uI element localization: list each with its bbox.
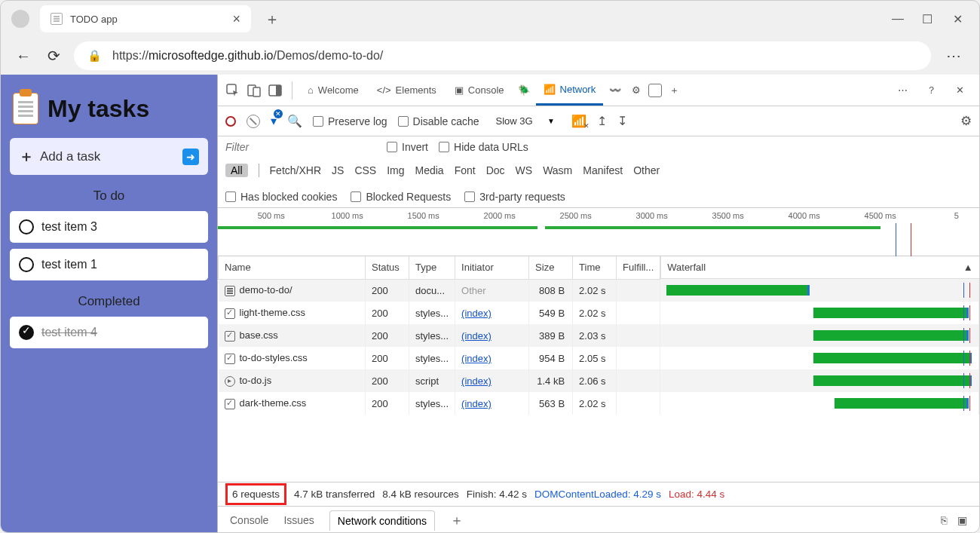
- import-har-icon[interactable]: ↥: [597, 114, 607, 128]
- type-filter-wasm[interactable]: Wasm: [543, 164, 572, 176]
- blocked-requests-checkbox[interactable]: Blocked Requests: [351, 191, 451, 203]
- tab-console[interactable]: ▣Console: [447, 75, 512, 106]
- timeline-tick: 2500 ms: [560, 211, 592, 220]
- url-text: https://microsoftedge.github.io/Demos/de…: [112, 49, 383, 63]
- col-initiator[interactable]: Initiator: [455, 256, 529, 279]
- task-item[interactable]: test item 1: [10, 249, 208, 280]
- page-title: My tasks: [13, 93, 205, 124]
- col-name[interactable]: Name: [219, 256, 366, 279]
- type-filter-manifest[interactable]: Manifest: [583, 164, 623, 176]
- clear-button[interactable]: [247, 115, 260, 128]
- col-waterfall[interactable]: Waterfall▲: [660, 256, 978, 279]
- request-row[interactable]: to-do.js200script(index)1.4 kB2.06 s: [219, 369, 979, 392]
- task-checkbox[interactable]: [19, 219, 34, 234]
- more-tabs-icon[interactable]: ＋: [665, 81, 683, 100]
- dock-side-icon[interactable]: [266, 81, 284, 100]
- col-status[interactable]: Status: [366, 256, 409, 279]
- todo-app: My tasks ＋ Add a task ➜ To do test item …: [1, 75, 217, 533]
- tab-elements[interactable]: </>Elements: [369, 75, 444, 106]
- preserve-log-checkbox[interactable]: Preserve log: [313, 115, 387, 127]
- network-settings-icon[interactable]: ⚙: [960, 113, 972, 129]
- add-task-input[interactable]: ＋ Add a task ➜: [10, 138, 208, 175]
- task-checkbox[interactable]: [19, 257, 34, 272]
- blocked-cookies-checkbox[interactable]: Has blocked cookies: [225, 191, 337, 203]
- profile-avatar[interactable]: [11, 10, 29, 28]
- type-filter-all[interactable]: All: [225, 164, 248, 177]
- type-filter-fetchxhr[interactable]: Fetch/XHR: [270, 164, 321, 176]
- drawer-icon-2[interactable]: ▣: [957, 514, 967, 526]
- close-tab-icon[interactable]: ×: [229, 11, 243, 27]
- browser-tab[interactable]: TODO app ×: [40, 5, 251, 32]
- drawer-icon-1[interactable]: ⎘: [941, 514, 947, 526]
- application-icon[interactable]: [648, 84, 662, 97]
- type-filter-media[interactable]: Media: [415, 164, 444, 176]
- label: Has blocked cookies: [240, 191, 337, 203]
- performance-icon[interactable]: 〰️: [606, 81, 624, 100]
- initiator-link[interactable]: (index): [461, 308, 492, 319]
- request-row[interactable]: light-theme.css200styles...(index)549 B2…: [219, 302, 979, 324]
- maximize-icon[interactable]: ☐: [922, 12, 933, 26]
- network-conditions-icon[interactable]: 📶: [571, 114, 586, 128]
- submit-task-button[interactable]: ➜: [182, 149, 199, 165]
- throttle-select[interactable]: Slow 3G ▼: [490, 113, 561, 129]
- hide-data-urls-checkbox[interactable]: Hide data URLs: [439, 141, 528, 153]
- tab-welcome[interactable]: ⌂Welcome: [300, 75, 366, 106]
- type-filter-font[interactable]: Font: [455, 164, 476, 176]
- request-row[interactable]: demo-to-do/200docu...Other808 B2.02 s: [219, 279, 979, 302]
- bug-icon[interactable]: 🪲: [515, 81, 533, 100]
- disable-cache-checkbox[interactable]: Disable cache: [398, 115, 479, 127]
- console-icon: ▣: [455, 84, 464, 96]
- invert-checkbox[interactable]: Invert: [387, 141, 428, 153]
- initiator-link[interactable]: (index): [461, 398, 492, 409]
- resource-type-filter: AllFetch/XHRJSCSSImgMediaFontDocWSWasmMa…: [225, 164, 660, 177]
- minimize-icon[interactable]: ―: [892, 12, 902, 26]
- task-item-done[interactable]: test item 4: [10, 317, 208, 348]
- close-devtools-icon[interactable]: ✕: [951, 81, 969, 100]
- initiator-link[interactable]: (index): [461, 330, 492, 342]
- cell-time: 2.02 s: [573, 392, 617, 415]
- refresh-button[interactable]: ⟳: [44, 44, 63, 68]
- initiator-link[interactable]: (index): [461, 353, 492, 364]
- lock-icon[interactable]: 🔒: [87, 49, 102, 63]
- type-filter-css[interactable]: CSS: [354, 164, 376, 176]
- browser-menu-icon[interactable]: ⋯: [942, 47, 967, 65]
- close-window-icon[interactable]: ✕: [952, 12, 963, 26]
- search-icon[interactable]: 🔍: [287, 114, 302, 128]
- devtools-more-icon[interactable]: ⋯: [893, 81, 911, 100]
- request-row[interactable]: dark-theme.css200styles...(index)563 B2.…: [219, 392, 979, 415]
- drawer-add-tab-icon[interactable]: ＋: [450, 511, 464, 529]
- record-button[interactable]: [225, 116, 236, 127]
- export-har-icon[interactable]: ↧: [617, 114, 627, 128]
- task-item[interactable]: test item 3: [10, 211, 208, 243]
- initiator-link[interactable]: (index): [461, 375, 492, 387]
- drawer-tab-console[interactable]: Console: [230, 514, 268, 526]
- tab-network[interactable]: 📶Network: [536, 75, 604, 106]
- address-bar[interactable]: 🔒 https://microsoftedge.github.io/Demos/…: [74, 41, 931, 70]
- help-icon[interactable]: ？: [922, 81, 940, 100]
- request-row[interactable]: base.css200styles...(index)389 B2.03 s: [219, 324, 979, 347]
- type-filter-doc[interactable]: Doc: [486, 164, 505, 176]
- transferred-size: 4.7 kB transferred: [294, 489, 375, 500]
- inspect-element-icon[interactable]: [224, 81, 242, 100]
- type-filter-ws[interactable]: WS: [516, 164, 533, 176]
- type-filter-other[interactable]: Other: [633, 164, 660, 176]
- type-filter-img[interactable]: Img: [387, 164, 404, 176]
- label: Hide data URLs: [454, 141, 528, 153]
- task-checkbox[interactable]: [19, 325, 34, 340]
- col-time[interactable]: Time: [573, 256, 617, 279]
- third-party-checkbox[interactable]: 3rd-party requests: [464, 191, 565, 203]
- device-toolbar-icon[interactable]: [245, 81, 263, 100]
- drawer-tab-network-conditions[interactable]: Network conditions: [329, 510, 435, 531]
- gear-icon[interactable]: ⚙: [627, 81, 645, 100]
- new-tab-button[interactable]: ＋: [259, 6, 286, 32]
- request-row[interactable]: to-do-styles.css200styles...(index)954 B…: [219, 347, 979, 369]
- timeline-overview[interactable]: 500 ms1000 ms1500 ms2000 ms2500 ms3000 m…: [218, 208, 979, 256]
- filter-input[interactable]: [225, 141, 376, 153]
- type-filter-js[interactable]: JS: [332, 164, 344, 176]
- drawer-tab-issues[interactable]: Issues: [283, 514, 314, 526]
- col-size[interactable]: Size: [529, 256, 573, 279]
- col-type[interactable]: Type: [409, 256, 455, 279]
- filter-toggle-icon[interactable]: ▾: [271, 114, 277, 128]
- col-fulfilled[interactable]: Fulfill...: [617, 256, 660, 279]
- back-button[interactable]: ←: [13, 44, 34, 68]
